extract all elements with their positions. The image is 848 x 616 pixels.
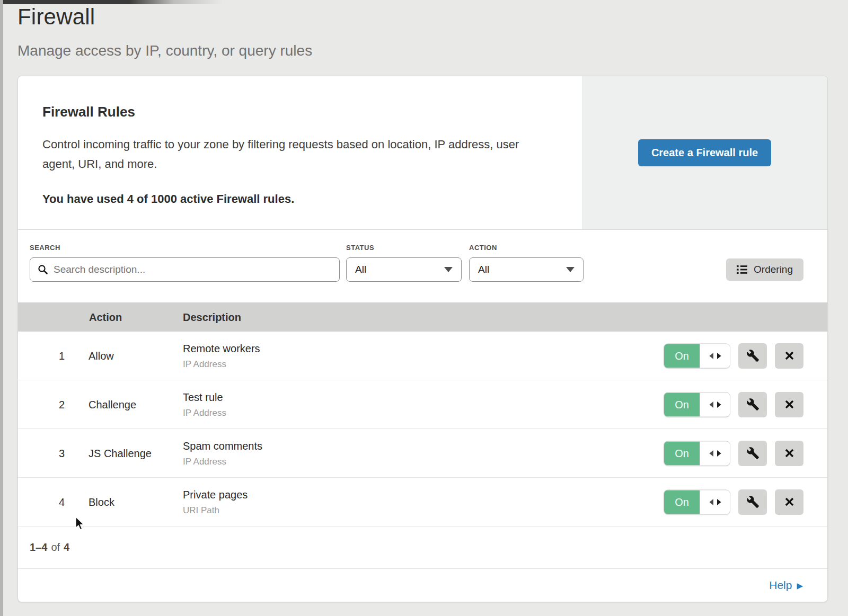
rule-enabled-toggle[interactable]: On	[664, 392, 730, 417]
table-row: 2 Challenge Test rule IP Address On	[18, 380, 827, 429]
wrench-icon	[746, 398, 759, 411]
toggle-arrows-icon	[700, 344, 730, 368]
status-selected-value: All	[355, 264, 366, 275]
rule-priority: 2	[46, 398, 65, 410]
rule-action: JS Challenge	[89, 447, 152, 459]
rule-description: Spam comments	[183, 440, 262, 452]
pagination-total: 4	[64, 541, 69, 553]
delete-rule-button[interactable]	[775, 441, 803, 466]
rule-description: Test rule	[183, 391, 226, 403]
intro-text-block: Firewall Rules Control incoming traffic …	[18, 76, 582, 229]
action-select[interactable]: All	[469, 257, 584, 282]
help-link[interactable]: Help ▶	[769, 579, 803, 592]
search-box[interactable]	[30, 257, 340, 282]
wrench-icon	[746, 495, 759, 508]
rule-match-type: IP Address	[183, 456, 262, 467]
rule-description-block: Spam comments IP Address	[183, 440, 262, 467]
close-icon	[784, 351, 794, 361]
toggle-arrows-icon	[700, 490, 730, 514]
toggle-on-state: On	[664, 490, 700, 514]
close-icon	[784, 448, 794, 458]
card-footer: Help ▶	[18, 569, 827, 602]
rule-action: Block	[89, 496, 114, 508]
toggle-arrows-icon	[700, 441, 730, 465]
search-input[interactable]	[54, 264, 332, 275]
rule-description-block: Test rule IP Address	[183, 391, 226, 418]
search-label: SEARCH	[30, 244, 60, 252]
firewall-rules-card: Firewall Rules Control incoming traffic …	[17, 76, 828, 602]
edit-rule-button[interactable]	[738, 343, 767, 369]
table-header: Action Description	[18, 302, 827, 332]
ordering-button[interactable]: Ordering	[726, 258, 803, 281]
edit-rule-button[interactable]	[738, 489, 767, 515]
wrench-icon	[746, 447, 759, 460]
delete-rule-button[interactable]	[775, 489, 803, 515]
rule-description: Remote workers	[183, 342, 260, 354]
rule-priority: 1	[46, 350, 65, 362]
rule-action: Challenge	[89, 398, 136, 410]
rule-priority: 4	[46, 496, 65, 508]
delete-rule-button[interactable]	[775, 392, 803, 417]
delete-rule-button[interactable]	[775, 343, 803, 369]
filter-bar: SEARCH STATUS All ACTION All	[18, 230, 827, 302]
rule-enabled-toggle[interactable]: On	[664, 343, 730, 368]
rule-enabled-toggle[interactable]: On	[664, 489, 730, 514]
rule-match-type: IP Address	[183, 407, 226, 418]
card-description: Control incoming traffic to your zone by…	[42, 135, 546, 174]
status-select[interactable]: All	[346, 257, 462, 282]
action-selected-value: All	[478, 264, 489, 275]
page-header: Firewall Manage access by IP, country, o…	[17, 4, 312, 59]
edit-rule-button[interactable]	[738, 441, 767, 466]
page-subtitle: Manage access by IP, country, or query r…	[17, 42, 312, 59]
ordering-button-label: Ordering	[754, 264, 793, 275]
rule-description-block: Remote workers IP Address	[183, 342, 260, 369]
table-row: 3 JS Challenge Spam comments IP Address …	[18, 429, 827, 478]
action-label: ACTION	[469, 244, 497, 252]
arrow-right-icon: ▶	[797, 582, 803, 590]
chevron-down-icon	[444, 267, 453, 272]
chevron-down-icon	[566, 267, 575, 272]
pagination-status: 1–4 of 4	[18, 526, 827, 569]
edit-rule-button[interactable]	[738, 392, 767, 417]
ordered-list-icon	[737, 265, 748, 274]
card-heading: Firewall Rules	[42, 104, 550, 120]
toggle-arrows-icon	[700, 392, 730, 416]
window-top-edge	[0, 0, 223, 4]
close-icon	[784, 399, 794, 409]
create-firewall-rule-button[interactable]: Create a Firewall rule	[638, 139, 771, 166]
status-label: STATUS	[346, 244, 374, 252]
page-title: Firewall	[17, 4, 312, 30]
help-link-label: Help	[769, 579, 792, 592]
wrench-icon	[746, 349, 759, 362]
toggle-on-state: On	[664, 344, 700, 368]
toggle-on-state: On	[664, 441, 700, 465]
rule-match-type: URI Path	[183, 505, 248, 515]
rule-description: Private pages	[183, 488, 248, 501]
rule-priority: 3	[46, 447, 65, 459]
rule-enabled-toggle[interactable]: On	[664, 441, 730, 466]
pagination-range: 1–4	[30, 541, 47, 553]
toggle-on-state: On	[664, 392, 700, 416]
column-header-description: Description	[183, 311, 241, 323]
search-icon	[38, 264, 48, 275]
table-row: 4 Block Private pages URI Path On	[18, 478, 827, 526]
rule-match-type: IP Address	[183, 359, 260, 369]
usage-summary: You have used 4 of 1000 active Firewall …	[42, 192, 550, 206]
column-header-action: Action	[89, 311, 122, 323]
close-icon	[784, 497, 794, 507]
rule-action: Allow	[89, 350, 114, 362]
create-rule-panel: Create a Firewall rule	[582, 76, 827, 229]
table-row: 1 Allow Remote workers IP Address On	[18, 332, 827, 380]
intro-section: Firewall Rules Control incoming traffic …	[18, 76, 827, 230]
window-left-edge	[0, 0, 3, 616]
pagination-of: of	[51, 541, 60, 553]
rule-description-block: Private pages URI Path	[183, 488, 248, 515]
